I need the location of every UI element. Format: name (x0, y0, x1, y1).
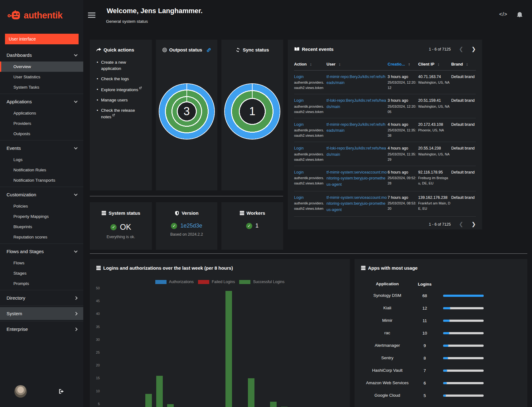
outpost-status-title: Outpost status (169, 47, 202, 52)
events-col-client-ip[interactable]: Client IP↕ (418, 62, 451, 66)
event-action-cell: Loginauthentik.providers.oauth2.views.to… (294, 74, 326, 91)
event-time-ago: 4 hours ago (388, 122, 418, 128)
sidebar-group-label: Flows and Stages (7, 249, 44, 254)
sidebar-item-notification-transports[interactable]: Notification Transports (0, 175, 83, 185)
event-brand-cell: Default brand (451, 195, 477, 213)
link-icon[interactable] (206, 47, 211, 52)
pagination-next-icon[interactable]: ❯ (472, 46, 476, 52)
sidebar-item-overview[interactable]: Overview (0, 61, 83, 72)
sidebar-item-stages[interactable]: Stages (0, 268, 83, 278)
avatar[interactable] (14, 385, 27, 398)
workers-card: Workers ✓ 1 (221, 202, 283, 250)
quick-action-check-the-logs[interactable]: Check the logs (96, 76, 146, 82)
sidebar-group-header-system[interactable]: System (0, 307, 83, 320)
sidebar-group-label: Directory (7, 295, 25, 301)
app-logins: 7 (414, 368, 436, 373)
recent-events-title: Recent events (302, 47, 334, 52)
event-action-link[interactable]: Login (294, 98, 326, 104)
event-brand: Default brand (451, 98, 477, 104)
system-status-description: Everything is ok. (93, 235, 149, 239)
event-action-link[interactable]: Login (294, 169, 326, 175)
workers-title: Workers (247, 210, 265, 216)
sidebar-item-prompts[interactable]: Prompts (0, 278, 83, 289)
event-user-link[interactable]: tf-mimir-system:serviceaccount:monitorin… (326, 195, 387, 213)
sidebar-item-blueprints[interactable]: Blueprints (0, 222, 83, 232)
sidebar-item-outposts[interactable]: Outposts (0, 129, 83, 139)
pagination-prev-icon-bottom[interactable]: ❮ (459, 221, 463, 228)
app-usage-bar-fill (443, 295, 484, 297)
quick-action-create-a-new-application[interactable]: Create a new application (96, 59, 146, 71)
app-name: Mimir (361, 318, 414, 324)
table-row: Loginauthentik.providers.oauth2.views.to… (294, 166, 476, 191)
events-col-user[interactable]: User↕ (326, 62, 387, 66)
sidebar-item-user-statistics[interactable]: User Statistics (0, 72, 83, 82)
app-usage-bar-fill (443, 382, 447, 384)
event-brand: Default brand (451, 74, 477, 80)
event-user-link[interactable]: tf-loki-repo:BeryJu/k8s:ref:refs/heads/m… (326, 145, 387, 158)
sidebar-group-header-dashboards[interactable]: Dashboards (0, 49, 83, 61)
events-col-brand[interactable]: Brand↕ (451, 62, 477, 66)
sync-status-card: Sync status 1 (221, 40, 283, 190)
quick-action-manage-users[interactable]: Manage users (96, 97, 146, 103)
events-col-creation[interactable]: Creatio...↑ (388, 62, 418, 66)
sidebar-nav: DashboardsOverviewUser StatisticsSystem … (0, 47, 83, 378)
event-action-detail: authentik.providers.oauth2.views.token (294, 175, 326, 186)
event-user-link[interactable]: tf-mimir-repo:BeryJu/k8s:ref:refs/heads/… (326, 122, 387, 134)
chevron-right-icon (74, 327, 77, 331)
chart-legend: AuthorizationsFailed LoginsSuccessful Lo… (90, 280, 350, 284)
app-logins: 11 (414, 318, 436, 323)
sidebar-item-notification-rules[interactable]: Notification Rules (0, 165, 83, 175)
events-col-label: Action (294, 62, 307, 66)
sidebar-item-logs[interactable]: Logs (0, 154, 83, 165)
hamburger-menu-icon[interactable] (88, 12, 95, 19)
y-tick-label: 50 (92, 286, 100, 290)
app-usage-bar (443, 370, 484, 372)
quick-actions-icon (96, 47, 101, 52)
event-time-ago: 4 hours ago (388, 145, 418, 151)
quick-action-explore-integrations[interactable]: Explore integrations (96, 86, 146, 93)
sidebar-item-system-tasks[interactable]: System Tasks (0, 82, 83, 92)
sidebar-item-providers[interactable]: Providers (0, 118, 83, 129)
event-user-link[interactable]: tf-loki-repo:BeryJu/k8s:ref:refs/heads/m… (326, 98, 387, 110)
sidebar-item-flows[interactable]: Flows (0, 258, 83, 268)
sort-asc-icon: ↑ (408, 62, 410, 66)
user-interface-button[interactable]: User interface (5, 34, 79, 44)
sidebar-item-policies[interactable]: Policies (0, 201, 83, 211)
outpost-status-value: 3 (183, 105, 190, 118)
chart-bar (270, 402, 277, 407)
app-name: Google Cloud (361, 393, 414, 399)
sidebar-item-reputation-scores[interactable]: Reputation scores (0, 232, 83, 242)
pagination-next-icon-bottom[interactable]: ❯ (472, 221, 476, 228)
sidebar-group-header-events[interactable]: Events (0, 142, 83, 154)
events-col-label: User (326, 62, 336, 66)
event-action-link[interactable]: Login (294, 195, 326, 201)
sidebar-item-property-mappings[interactable]: Property Mappings (0, 211, 83, 222)
event-brand-cell: Default brand (451, 122, 477, 138)
server-icon (101, 211, 106, 215)
version-value[interactable]: 1e25d3e (180, 223, 202, 229)
pagination-prev-icon[interactable]: ❮ (459, 46, 463, 52)
app-usage-bar (443, 395, 484, 397)
sidebar-item-label: System Tasks (13, 85, 39, 90)
sign-out-icon[interactable] (58, 389, 65, 394)
event-action-link[interactable]: Login (294, 145, 326, 151)
server-icon (361, 266, 366, 270)
events-col-action[interactable]: Action↕ (294, 62, 326, 66)
bell-icon[interactable] (517, 11, 523, 17)
sidebar-group-header-customization[interactable]: Customization (0, 188, 83, 201)
event-user-link[interactable]: tf-mimir-repo:BeryJu/k8s:ref:refs/heads/… (326, 74, 387, 86)
sidebar-item-applications[interactable]: Applications (0, 108, 83, 118)
sidebar-group-header-enterprise[interactable]: Enterprise (0, 323, 83, 336)
chart-bar (248, 378, 254, 407)
event-user-link[interactable]: tf-mimir-system:serviceaccount:monitorin… (326, 169, 387, 188)
authentik-logo-icon (7, 9, 22, 21)
quick-action-check-the-release-notes[interactable]: Check the release notes (96, 107, 146, 120)
event-action-link[interactable]: Login (294, 122, 326, 128)
sidebar-group-header-flows-and-stages[interactable]: Flows and Stages (0, 245, 83, 258)
event-action-link[interactable]: Login (294, 74, 326, 80)
sidebar-group-header-applications[interactable]: Applications (0, 95, 83, 108)
event-ip: 92.116.178.95 (418, 169, 451, 175)
sidebar-group-label: System (7, 311, 22, 316)
sidebar-group-header-directory[interactable]: Directory (0, 292, 83, 304)
code-icon[interactable]: </> (499, 12, 507, 17)
